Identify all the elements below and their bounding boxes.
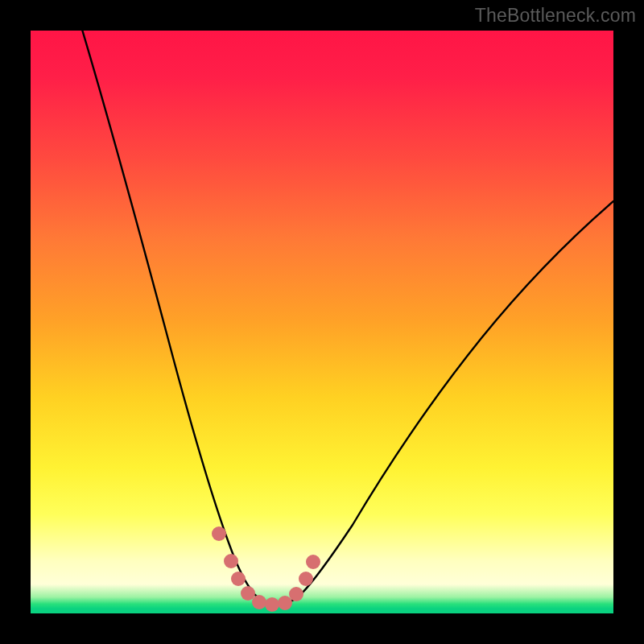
svg-point-2 bbox=[231, 572, 246, 586]
svg-point-0 bbox=[212, 526, 226, 541]
svg-point-9 bbox=[306, 555, 320, 569]
svg-point-7 bbox=[289, 587, 303, 601]
svg-point-4 bbox=[252, 595, 266, 609]
chart-frame: TheBottleneck.com bbox=[0, 0, 644, 644]
svg-point-1 bbox=[224, 554, 238, 568]
plot-area bbox=[31, 31, 613, 613]
chart-svg bbox=[31, 31, 613, 613]
svg-point-3 bbox=[241, 586, 255, 601]
watermark-text: TheBottleneck.com bbox=[475, 5, 636, 27]
bottleneck-curve bbox=[80, 31, 613, 605]
svg-point-6 bbox=[278, 596, 292, 610]
svg-point-8 bbox=[299, 572, 313, 586]
svg-point-5 bbox=[265, 597, 279, 612]
